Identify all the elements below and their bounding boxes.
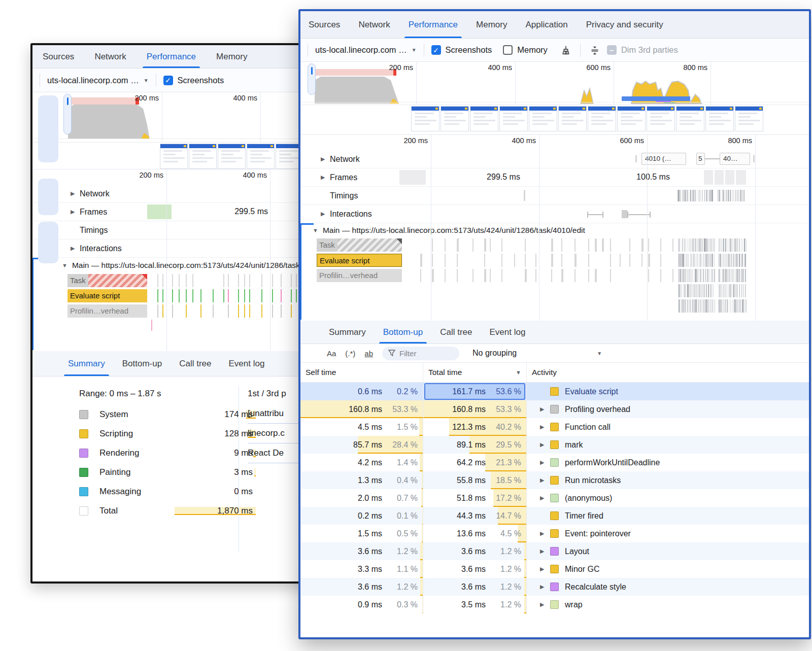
track-frames[interactable]: ▶ Frames 299.5 ms 100.5 ms	[300, 168, 809, 187]
selected-range-bar[interactable]	[622, 96, 690, 101]
row-expander-icon[interactable]: ▶	[540, 566, 550, 572]
panel-tab-event-log[interactable]: Event log	[228, 351, 264, 376]
match-case-icon[interactable]: Aa	[327, 349, 336, 358]
expander-icon[interactable]: ▶	[71, 245, 80, 252]
tab-sources[interactable]: Sources	[43, 45, 74, 68]
flame-event-profilin-verhead[interactable]: Profilin…verhead	[67, 304, 147, 318]
screenshots-checkbox[interactable]: ✓ Screenshots	[431, 45, 492, 55]
column-header-total-time[interactable]: Total time ▼	[423, 363, 527, 382]
grouping-select[interactable]: No grouping ▼	[472, 349, 602, 358]
flame-event-profilin-verhead[interactable]: Profilin…verhead	[317, 269, 402, 282]
filmstrip-screenshot[interactable]	[735, 106, 763, 131]
track-main-thread[interactable]: ▼ Main — https://uts-local.linecorp.com:…	[300, 223, 809, 320]
bottomup-row[interactable]: 1.5 ms0.5 %13.6 ms4.5 %▶Event: pointerov…	[300, 525, 809, 542]
panel-tab-event-log[interactable]: Event log	[489, 321, 525, 344]
track-interactions[interactable]: ▶ Interactions	[300, 205, 809, 223]
panel-tab-call-tree[interactable]: Call tree	[440, 321, 472, 344]
bottomup-row[interactable]: 2.0 ms0.7 %51.8 ms17.2 %▶(anonymous)	[300, 489, 809, 507]
filmstrip-screenshot[interactable]	[588, 106, 616, 131]
regex-icon[interactable]: (.*)	[345, 349, 355, 358]
garbage-collect-brush-icon[interactable]	[559, 43, 573, 57]
filmstrip-screenshot[interactable]	[705, 106, 734, 131]
filmstrip-screenshot[interactable]	[676, 106, 704, 131]
column-header-activity[interactable]: Activity	[527, 363, 809, 382]
bottomup-row[interactable]: 0.9 ms0.3 %3.5 ms1.2 %▶wrap	[300, 596, 809, 613]
bottomup-row[interactable]: 4.5 ms1.5 %121.3 ms40.2 %▶Function call	[300, 418, 809, 436]
filmstrip-screenshot[interactable]	[558, 106, 587, 131]
tab-privacy-and-security[interactable]: Privacy and security	[586, 11, 663, 38]
bottomup-row[interactable]: 0.6 ms0.2 %161.7 ms53.6 %Evaluate script	[300, 383, 809, 400]
bottomup-row[interactable]: 160.8 ms53.3 %160.8 ms53.3 %▶Profiling o…	[300, 400, 809, 418]
timeline-overview[interactable]: 200 ms400 ms600 ms800 ms	[300, 62, 809, 105]
filmstrip-screenshot[interactable]	[499, 106, 528, 131]
collapse-icon[interactable]: ▼	[313, 227, 318, 233]
filmstrip-screenshot[interactable]	[617, 106, 646, 131]
devtools-window-front[interactable]: SourcesNetworkPerformanceMemoryApplicati…	[298, 9, 811, 639]
target-selector-dropdown[interactable]: uts-local.linecorp.com … ▼	[315, 45, 417, 55]
bottomup-row[interactable]: 1.3 ms0.4 %55.8 ms18.5 %▶Run microtasks	[300, 471, 809, 489]
tab-network[interactable]: Network	[94, 45, 126, 68]
bottomup-row[interactable]: 3.6 ms1.2 %3.6 ms1.2 %▶Layout	[300, 542, 809, 560]
filmstrip-screenshot[interactable]	[441, 106, 469, 131]
row-expander-icon[interactable]: ▶	[540, 459, 550, 466]
row-expander-icon[interactable]: ▶	[540, 424, 550, 430]
overview-drag-handle[interactable]	[63, 94, 72, 134]
panel-tab-summary[interactable]: Summary	[329, 321, 366, 344]
filmstrip-screenshot[interactable]	[470, 106, 498, 131]
filmstrip-screenshot[interactable]	[411, 106, 439, 131]
row-expander-icon[interactable]: ▶	[540, 495, 550, 501]
tab-memory[interactable]: Memory	[216, 45, 247, 68]
bottomup-row[interactable]: 4.2 ms1.4 %64.2 ms21.3 %▶performWorkUnti…	[300, 454, 809, 471]
sidebar-toggle-chip[interactable]	[38, 222, 58, 263]
collapse-sanitize-icon[interactable]	[588, 43, 602, 57]
sidebar-toggle-chip[interactable]	[38, 179, 58, 215]
bottomup-row[interactable]: 85.7 ms28.4 %89.1 ms29.5 %▶mark	[300, 436, 809, 454]
collapse-icon[interactable]: ▼	[62, 262, 67, 268]
flame-event-evaluate-script[interactable]: Evaluate script	[317, 254, 402, 267]
row-expander-icon[interactable]: ▶	[540, 601, 550, 608]
screenshots-checkbox[interactable]: ✓ Screenshots	[163, 76, 224, 85]
filmstrip-screenshot[interactable]	[160, 144, 188, 169]
expander-icon[interactable]: ▶	[321, 174, 330, 181]
row-expander-icon[interactable]: ▶	[540, 441, 550, 448]
bottomup-row[interactable]: 0.2 ms0.1 %44.3 ms14.7 %Timer fired	[300, 507, 809, 525]
match-whole-word-icon[interactable]: ab	[364, 349, 373, 358]
memory-checkbox[interactable]: Memory	[503, 45, 548, 55]
row-expander-icon[interactable]: ▶	[540, 584, 550, 590]
flame-event-evaluate-script[interactable]: Evaluate script	[67, 289, 147, 302]
expander-icon[interactable]: ▶	[71, 190, 80, 197]
tab-memory[interactable]: Memory	[476, 11, 507, 38]
overview-drag-handle[interactable]	[308, 63, 316, 95]
tab-network[interactable]: Network	[358, 11, 390, 38]
column-header-self-time[interactable]: Self time	[300, 363, 423, 382]
panel-tab-summary[interactable]: Summary	[68, 351, 105, 376]
filmstrip-screenshot[interactable]	[647, 106, 675, 131]
target-selector-dropdown[interactable]: uts-local.linecorp.com … ▼	[47, 76, 149, 85]
network-request[interactable]: 5	[696, 153, 705, 165]
tab-application[interactable]: Application	[525, 11, 567, 38]
expander-icon[interactable]: ▶	[321, 211, 330, 217]
flame-event-task[interactable]: Task	[67, 274, 147, 287]
network-request[interactable]: 4010 (…	[641, 153, 686, 165]
tab-performance[interactable]: Performance	[409, 11, 458, 38]
row-expander-icon[interactable]: ▶	[540, 530, 550, 537]
tab-sources[interactable]: Sources	[309, 11, 340, 38]
filmstrip-screenshot[interactable]	[189, 144, 217, 169]
expander-icon[interactable]: ▶	[71, 209, 80, 215]
sidebar-toggle-chip[interactable]	[38, 95, 58, 162]
track-timings[interactable]: Timings	[300, 187, 809, 205]
flame-event-task[interactable]: Task	[317, 238, 402, 252]
network-request[interactable]: 40…	[720, 153, 750, 165]
row-expander-icon[interactable]: ▶	[540, 406, 550, 413]
flame-chart[interactable]: TaskEvaluate scriptProfilin…verhead	[301, 237, 809, 320]
bottomup-row[interactable]: 3.3 ms1.1 %3.6 ms1.2 %▶Minor GC	[300, 560, 809, 578]
track-network[interactable]: ▶ Network 4010 (… 5 40…	[300, 150, 809, 168]
row-expander-icon[interactable]: ▶	[540, 548, 550, 555]
panel-tab-call-tree[interactable]: Call tree	[179, 351, 211, 376]
filmstrip-screenshot[interactable]	[218, 144, 246, 169]
panel-tab-bottom-up[interactable]: Bottom-up	[383, 321, 423, 344]
panel-tab-bottom-up[interactable]: Bottom-up	[122, 351, 162, 376]
filmstrip-screenshot[interactable]	[529, 106, 557, 131]
filter-input[interactable]: Filter	[382, 347, 459, 360]
tab-performance[interactable]: Performance	[147, 45, 196, 68]
